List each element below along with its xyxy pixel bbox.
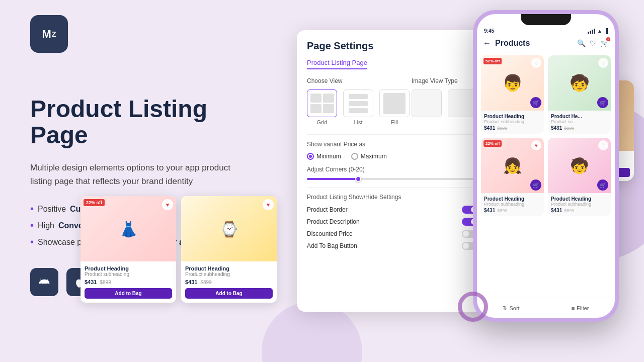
divider-1 <box>307 134 478 135</box>
view-option-fill[interactable]: Fill <box>379 89 410 125</box>
radio-circle-min <box>307 153 314 160</box>
slider-track <box>307 178 478 180</box>
slider-thumb[interactable] <box>355 176 361 182</box>
phone-price-2: $431 <box>551 125 562 131</box>
product-prices-2: $431 $899 <box>185 279 273 285</box>
image-view-options <box>412 89 478 117</box>
view-label-fill: Fill <box>391 119 398 125</box>
phone-product-info-1: Product Heading Product subheading $431 … <box>481 111 544 134</box>
phone-bag-1[interactable]: 🛒 <box>530 97 541 108</box>
phone-heart-1[interactable]: ♡ <box>531 58 541 68</box>
phone-bag-4[interactable]: 🛒 <box>597 179 608 191</box>
toggle-discounted-price: Discounted Price <box>307 230 478 238</box>
product-prices-1: $431 $899 <box>85 279 172 285</box>
back-arrow-icon[interactable]: ← <box>483 39 491 48</box>
divider-2 <box>307 187 478 188</box>
android-badge[interactable] <box>30 268 58 296</box>
toggle-product-border: Product Border <box>307 206 478 214</box>
cart-badge[interactable]: 🛒 1 <box>600 39 609 48</box>
phone-bag-3[interactable]: 🛒 <box>530 179 541 191</box>
phone-heart-4[interactable]: ♡ <box>598 140 608 150</box>
panel-tab[interactable]: Product Listing Page <box>307 59 367 69</box>
cart-dot: 1 <box>606 37 610 41</box>
image-view-type-label: Image View Type <box>412 77 478 84</box>
phone-product-name-3: Product Heading <box>484 196 541 202</box>
sort-label: Sort <box>509 305 519 311</box>
phone-product-img-4: 🧒 ♡ 🛒 <box>548 138 611 193</box>
product-name-2: Product Heading <box>185 265 273 272</box>
slider-fill <box>307 178 358 180</box>
adjust-corners-label: Adjust Corners (0-20) <box>307 166 478 173</box>
add-to-bag-btn-2[interactable]: Add to Bag <box>185 288 273 299</box>
phone-product-sub-4: Product subheading <box>551 202 608 207</box>
status-icons: ▲ ▐ <box>588 28 608 34</box>
toggle-label-bag: Add To Bag Button <box>307 242 357 249</box>
search-icon[interactable]: 🔍 <box>577 39 586 47</box>
filter-btn[interactable]: ≡ Filter <box>572 305 589 311</box>
radio-maximum[interactable]: Maximum <box>351 153 387 160</box>
radio-circle-max <box>351 153 358 160</box>
phone-product-img-3: 👧 22% off ♥ 🛒 <box>481 138 544 193</box>
phone-orig-3: $899 <box>497 208 507 213</box>
price-original-1: $899 <box>100 280 111 285</box>
product-overlay: 👗 22% off ♥ Product Heading Product subh… <box>80 196 282 303</box>
fill-preview <box>383 93 406 114</box>
phone-prices-4: $431 $899 <box>551 208 608 213</box>
page-settings-panel: Page Settings Product Listing Page Choos… <box>297 30 488 312</box>
radio-label-max: Maximum <box>361 153 387 160</box>
filter-icon: ≡ <box>572 305 575 311</box>
discount-badge-1: 22% off <box>84 199 105 206</box>
view-option-grid[interactable]: Grid <box>307 89 337 125</box>
sort-btn[interactable]: ⇅ Sort <box>503 305 519 311</box>
heart-icon-1[interactable]: ♥ <box>162 199 173 210</box>
view-option-list[interactable]: List <box>343 89 373 125</box>
phone-header-icons: 🔍 ♡ 🛒 1 <box>577 39 609 48</box>
phone-notch <box>521 14 571 25</box>
toggle-label-discount: Discounted Price <box>307 230 353 237</box>
heart-icon-2[interactable]: ♥ <box>263 199 274 210</box>
phone-product-1[interactable]: 👦 52% off ♡ 🛒 Product Heading Product su… <box>481 55 544 134</box>
add-to-bag-btn-1[interactable]: Add to Bag <box>85 288 172 299</box>
filter-label: Filter <box>577 305 589 311</box>
view-box-list[interactable] <box>343 89 373 117</box>
corners-slider[interactable] <box>307 178 478 180</box>
phone-product-grid: 👦 52% off ♡ 🛒 Product Heading Product su… <box>477 51 615 220</box>
img-view-opt-1[interactable] <box>412 89 442 117</box>
phone-heart-2[interactable]: ♡ <box>598 58 608 68</box>
phone-product-4[interactable]: 🧒 ♡ 🛒 Product Heading Product subheading… <box>548 138 611 216</box>
radio-group-price: Minimum Maximum <box>307 153 478 160</box>
radio-minimum[interactable]: Minimum <box>307 153 341 160</box>
wishlist-icon[interactable]: ♡ <box>590 39 596 47</box>
phone-product-info-2: Product He... Product su... $431 $899 <box>548 111 611 134</box>
phone-heart-3[interactable]: ♥ <box>531 140 541 150</box>
panel-title: Page Settings <box>307 40 478 52</box>
shoe-heart[interactable]: ♡ <box>624 83 631 92</box>
list-preview <box>347 92 370 115</box>
description-text: Multiple design elements options to your… <box>30 161 242 188</box>
view-box-grid[interactable] <box>307 89 337 117</box>
phone-header: ← Products 🔍 ♡ 🛒 1 <box>477 36 615 51</box>
phone-product-2[interactable]: 🧒 ♡ 🛒 Product He... Product su... $431 $… <box>548 55 611 134</box>
toggle-label-desc: Product Description <box>307 218 360 225</box>
main-title: Product Listing Page <box>30 96 282 149</box>
phone-prices-3: $431 $899 <box>484 208 541 213</box>
phone-product-sub-1: Product subheading <box>484 119 541 124</box>
view-box-fill[interactable] <box>379 89 410 117</box>
phone-bag-2[interactable]: 🛒 <box>597 97 608 108</box>
phone-product-name-4: Product Heading <box>551 196 608 202</box>
img-view-box-1[interactable] <box>412 89 442 117</box>
phone-title: Products <box>495 39 530 48</box>
phone-time: 9:45 <box>484 28 494 34</box>
grid-preview <box>308 92 336 115</box>
price-current-2: $431 <box>185 279 197 285</box>
wifi-icon: ▲ <box>597 28 602 34</box>
phone-price-4: $431 <box>551 208 562 213</box>
phone-prices-2: $431 $899 <box>551 125 608 131</box>
company-logo: MZ <box>30 15 68 53</box>
phone-header-left: ← Products <box>483 39 530 48</box>
phone-product-img-2: 🧒 ♡ 🛒 <box>548 55 611 111</box>
phone-product-name-1: Product Heading <box>484 114 541 119</box>
phone-orig-4: $899 <box>564 208 574 213</box>
phone-product-3[interactable]: 👧 22% off ♥ 🛒 Product Heading Product su… <box>481 138 544 216</box>
phone-footer: ⇅ Sort ≡ Filter <box>477 298 615 318</box>
